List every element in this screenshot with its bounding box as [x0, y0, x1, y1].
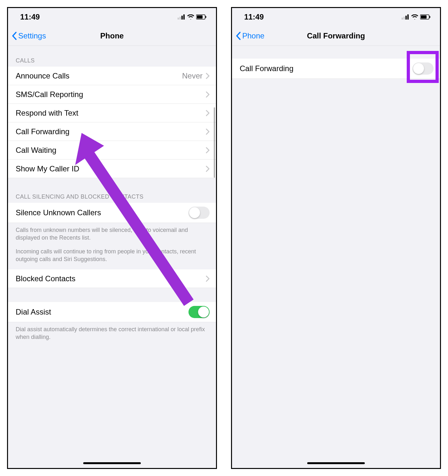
- back-button-phone[interactable]: Phone: [232, 31, 264, 40]
- svg-rect-1: [180, 17, 181, 20]
- row-announce-calls[interactable]: Announce Calls Never: [8, 67, 216, 85]
- cellular-icon: [402, 14, 409, 20]
- home-indicator[interactable]: [83, 462, 141, 464]
- row-show-my-caller-id[interactable]: Show My Caller ID: [8, 160, 216, 178]
- row-label: Call Waiting: [16, 146, 56, 155]
- row-silence-unknown-callers[interactable]: Silence Unknown Callers: [8, 203, 216, 223]
- chevron-left-icon: [12, 32, 17, 40]
- row-label: Dial Assist: [16, 308, 51, 316]
- status-time: 11:49: [20, 12, 40, 21]
- home-indicator[interactable]: [307, 462, 365, 464]
- row-label: Call Forwarding: [16, 127, 69, 136]
- svg-rect-14: [429, 16, 430, 18]
- chevron-right-icon: [206, 110, 210, 116]
- silence-note-1: Calls from unknown numbers will be silen…: [8, 223, 216, 243]
- row-call-forwarding-toggle[interactable]: Call Forwarding: [232, 59, 440, 79]
- scroll-indicator: [214, 107, 215, 178]
- svg-rect-8: [402, 18, 403, 20]
- svg-rect-11: [407, 14, 409, 20]
- status-bar: 11:49: [232, 8, 440, 26]
- nav-bar: Settings Phone: [8, 26, 216, 46]
- toggle-silence-unknown[interactable]: [188, 207, 210, 219]
- row-respond-with-text[interactable]: Respond with Text: [8, 104, 216, 122]
- battery-icon: [420, 14, 430, 20]
- row-value: Never: [182, 71, 203, 80]
- row-dial-assist[interactable]: Dial Assist: [8, 302, 216, 322]
- toggle-dial-assist[interactable]: [188, 306, 210, 318]
- wifi-icon: [411, 14, 418, 20]
- status-bar: 11:49: [8, 8, 216, 26]
- toggle-call-forwarding[interactable]: [412, 62, 434, 75]
- row-sms-call-reporting[interactable]: SMS/Call Reporting: [8, 85, 216, 104]
- section-header-silencing: CALL SILENCING AND BLOCKED CONTACTS: [8, 178, 216, 203]
- chevron-right-icon: [206, 73, 210, 79]
- row-blocked-contacts[interactable]: Blocked Contacts: [8, 269, 216, 288]
- svg-rect-0: [178, 18, 179, 20]
- row-label: Announce Calls: [16, 71, 69, 80]
- svg-rect-13: [421, 15, 427, 19]
- battery-icon: [196, 14, 206, 20]
- phone-settings-screen: 11:49 Settings Phone CALLS Announce Call…: [7, 7, 217, 469]
- chevron-right-icon: [206, 91, 210, 98]
- row-label: SMS/Call Reporting: [16, 90, 83, 99]
- chevron-right-icon: [206, 275, 210, 282]
- dial-assist-note: Dial assist automatically determines the…: [8, 322, 216, 351]
- row-label: Call Forwarding: [240, 64, 293, 73]
- chevron-right-icon: [206, 128, 210, 135]
- row-call-waiting[interactable]: Call Waiting: [8, 141, 216, 160]
- row-label: Silence Unknown Callers: [16, 208, 101, 217]
- silence-note-2: Incoming calls will continue to ring fro…: [8, 243, 216, 270]
- row-label: Respond with Text: [16, 109, 78, 118]
- svg-rect-9: [404, 17, 405, 20]
- back-button-settings[interactable]: Settings: [8, 31, 46, 40]
- status-indicators: [402, 14, 430, 20]
- row-call-forwarding[interactable]: Call Forwarding: [8, 122, 216, 141]
- svg-rect-6: [205, 16, 206, 18]
- svg-rect-3: [183, 14, 185, 20]
- call-forwarding-screen: 11:49 Phone Call Forwarding Call Forward…: [231, 7, 441, 469]
- row-label: Blocked Contacts: [16, 274, 76, 283]
- svg-rect-10: [405, 16, 407, 20]
- section-header-calls: CALLS: [8, 46, 216, 67]
- wifi-icon: [187, 14, 194, 20]
- status-indicators: [178, 14, 206, 20]
- chevron-right-icon: [206, 147, 210, 153]
- cellular-icon: [178, 14, 185, 20]
- back-label: Settings: [18, 31, 46, 40]
- chevron-left-icon: [236, 32, 241, 40]
- chevron-right-icon: [206, 166, 210, 172]
- nav-bar: Phone Call Forwarding: [232, 26, 440, 46]
- back-label: Phone: [242, 31, 264, 40]
- svg-rect-2: [181, 16, 183, 20]
- row-label: Show My Caller ID: [16, 164, 79, 173]
- status-time: 11:49: [244, 12, 264, 21]
- svg-rect-5: [197, 15, 203, 19]
